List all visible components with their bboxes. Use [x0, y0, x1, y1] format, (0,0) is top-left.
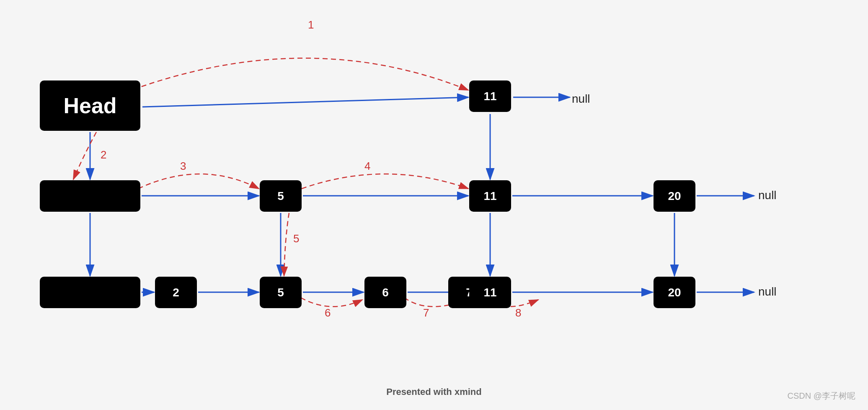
- node-r2-11-label: 11: [483, 286, 496, 299]
- red-arrow-1: [126, 58, 468, 92]
- red-label-6: 6: [325, 306, 331, 319]
- node-r1-5: 5: [260, 180, 302, 212]
- node-r2-2-label: 2: [173, 286, 179, 299]
- red-arrow-5: [284, 213, 289, 276]
- node-r2-20-label: 20: [668, 286, 681, 299]
- footer-brand: xmind: [455, 387, 482, 397]
- red-arrow-2: [73, 132, 96, 179]
- footer-text: Presented with: [386, 387, 452, 397]
- node-r1-empty: [40, 180, 140, 212]
- node-r0-11-label: 11: [483, 90, 496, 103]
- red-label-2: 2: [101, 148, 106, 161]
- red-label-4: 4: [364, 160, 370, 172]
- red-label-1: 1: [308, 18, 314, 31]
- node-r2-empty: [40, 277, 140, 308]
- node-r2-5: 5: [260, 277, 302, 308]
- node-r2-6: 6: [364, 277, 406, 308]
- node-r1-5-label: 5: [277, 189, 284, 203]
- node-head-label: Head: [63, 93, 116, 118]
- node-r1-11: 11: [469, 180, 511, 212]
- node-r2-5-label: 5: [277, 286, 284, 299]
- node-r2-6-label: 6: [382, 286, 389, 299]
- null-label-2: null: [758, 285, 777, 298]
- watermark-text: CSDN @李子树呢: [787, 391, 855, 400]
- red-label-5: 5: [293, 232, 299, 245]
- red-label-8: 8: [515, 306, 521, 319]
- red-label-7: 7: [423, 306, 429, 319]
- red-arrow-6: [301, 298, 362, 306]
- diagram-container: 1 2 3 4 5 6 7 8 Head 11 5 11 20 2 5: [0, 0, 868, 410]
- red-arrow-3: [138, 174, 259, 189]
- node-r1-11-label: 11: [483, 189, 496, 203]
- null-label-1: null: [758, 189, 777, 202]
- node-r2-20: 20: [654, 277, 695, 308]
- arrow-head-to-r0-11: [142, 97, 468, 107]
- node-r0-11: 11: [469, 80, 511, 112]
- footer: Presented with xmind: [386, 387, 481, 397]
- node-head: Head: [40, 80, 140, 131]
- node-r2-2: 2: [155, 277, 197, 308]
- node-r1-20-label: 20: [668, 189, 681, 203]
- node-r2-11: 11: [469, 277, 511, 308]
- red-label-3: 3: [180, 160, 186, 172]
- watermark: CSDN @李子树呢: [787, 390, 855, 402]
- red-arrow-4: [302, 174, 468, 189]
- null-label-0: null: [572, 92, 590, 106]
- node-r1-20: 20: [654, 180, 695, 212]
